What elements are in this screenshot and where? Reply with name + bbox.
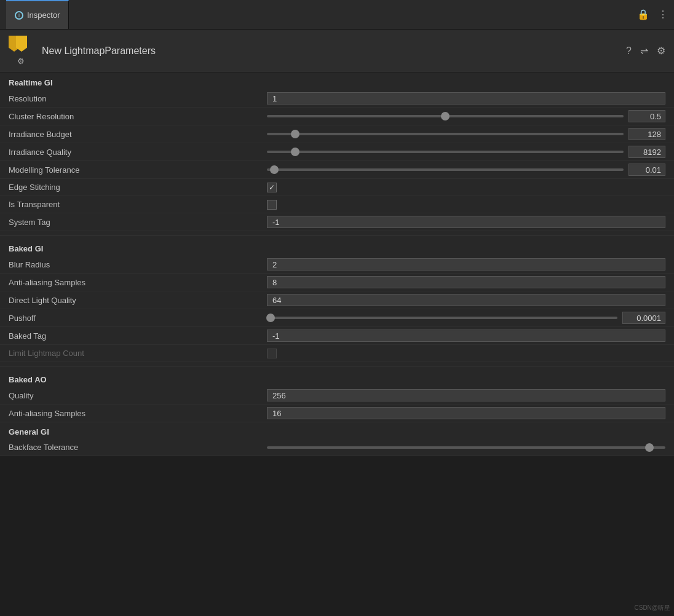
- label-resolution: Resolution: [9, 94, 267, 103]
- asset-icon-wrap: ⚙: [9, 36, 33, 66]
- slider-cluster-resolution: [267, 110, 665, 122]
- slider-thumb-irr-budget[interactable]: [291, 130, 299, 138]
- tab-label: Inspector: [27, 10, 60, 20]
- row-limit-lightmap: Limit Lightmap Count: [0, 345, 674, 362]
- label-modelling-tolerance: Modelling Tolerance: [9, 165, 267, 175]
- slider-irradiance-quality: [267, 146, 665, 158]
- value-modelling-tolerance[interactable]: [628, 164, 665, 176]
- baked-ao-title: Baked AO: [9, 375, 47, 384]
- label-blur-radius: Blur Radius: [9, 260, 267, 269]
- row-resolution: Resolution: [0, 90, 674, 108]
- label-ao-quality: Quality: [9, 391, 267, 400]
- inspector-body: Realtime GI Resolution Cluster Resolutio…: [0, 73, 674, 456]
- asset-title: New LightmapParameters: [42, 45, 156, 57]
- slider-thumb-irr-quality[interactable]: [291, 148, 299, 156]
- asset-header-actions: ? ⇌ ⚙: [626, 46, 665, 56]
- input-aa-samples-ao[interactable]: [267, 407, 665, 419]
- input-resolution[interactable]: [267, 92, 665, 105]
- lock-icon[interactable]: 🔒: [637, 10, 649, 20]
- baked-gi-title: Baked GI: [9, 244, 43, 253]
- label-irradiance-quality: Irradiance Quality: [9, 148, 267, 157]
- section-baked-gi: Baked GI: [0, 239, 674, 256]
- label-system-tag: System Tag: [9, 218, 267, 227]
- input-direct-light-quality[interactable]: [267, 294, 665, 306]
- label-edge-stitching: Edge Stitching: [9, 183, 267, 192]
- slider-pushoff: [267, 312, 665, 324]
- value-irradiance-budget[interactable]: [628, 128, 665, 140]
- slider-track-irr-budget[interactable]: [267, 133, 624, 135]
- section-baked-ao: Baked AO: [0, 370, 674, 387]
- label-aa-samples-ao: Anti-aliasing Samples: [9, 409, 267, 418]
- section-general-gi: General GI: [0, 422, 674, 439]
- slider-track-cluster[interactable]: [267, 115, 624, 117]
- row-ao-quality: Quality: [0, 387, 674, 405]
- asset-header: ⚙ New LightmapParameters ? ⇌ ⚙: [0, 30, 674, 73]
- inspector-tab[interactable]: i Inspector: [6, 0, 69, 29]
- label-irradiance-budget: Irradiance Budget: [9, 130, 267, 139]
- row-cluster-resolution: Cluster Resolution: [0, 108, 674, 125]
- lightmap-icon: [9, 36, 33, 55]
- slider-thumb-cluster[interactable]: [441, 112, 450, 120]
- slider-adjust-icon[interactable]: ⇌: [640, 46, 648, 56]
- input-blur-radius[interactable]: [267, 258, 665, 270]
- slider-irradiance-budget: [267, 128, 665, 140]
- row-modelling-tolerance: Modelling Tolerance: [0, 161, 674, 179]
- label-aa-samples-baked: Anti-aliasing Samples: [9, 278, 267, 287]
- row-direct-light-quality: Direct Light Quality: [0, 291, 674, 309]
- row-system-tag: System Tag: [0, 213, 674, 231]
- row-irradiance-quality: Irradiance Quality: [0, 143, 674, 161]
- row-blur-radius: Blur Radius: [0, 256, 674, 274]
- checkbox-limit-lightmap[interactable]: [267, 349, 277, 358]
- title-bar-actions: 🔒 ⋮: [637, 10, 668, 20]
- help-icon[interactable]: ?: [626, 46, 632, 56]
- value-pushoff[interactable]: [622, 312, 665, 324]
- label-pushoff: Pushoff: [9, 314, 267, 323]
- menu-icon[interactable]: ⋮: [658, 10, 668, 20]
- slider-thumb-mod-tol[interactable]: [270, 165, 279, 174]
- checkbox-is-transparent[interactable]: [267, 200, 277, 210]
- watermark: CSDN@听星: [635, 604, 671, 612]
- slider-modelling-tolerance: [267, 164, 665, 176]
- label-backface-tolerance: Backface Tolerance: [9, 443, 267, 452]
- label-baked-tag: Baked Tag: [9, 331, 267, 341]
- row-pushoff: Pushoff: [0, 309, 674, 327]
- section-realtime-gi: Realtime GI: [0, 73, 674, 90]
- input-system-tag[interactable]: [267, 216, 665, 228]
- label-limit-lightmap: Limit Lightmap Count: [9, 349, 267, 358]
- tab-icon: i: [15, 11, 23, 20]
- slider-thumb-backface[interactable]: [645, 443, 654, 452]
- row-baked-tag: Baked Tag: [0, 327, 674, 345]
- input-ao-quality[interactable]: [267, 389, 665, 401]
- general-gi-title: General GI: [9, 427, 49, 436]
- asset-gear-icon: ⚙: [17, 57, 25, 66]
- label-cluster-resolution: Cluster Resolution: [9, 112, 267, 121]
- slider-track-backface[interactable]: [267, 446, 665, 449]
- value-cluster-resolution[interactable]: [628, 110, 665, 122]
- checkbox-edge-stitching[interactable]: [267, 183, 277, 192]
- input-aa-samples-baked[interactable]: [267, 276, 665, 288]
- settings-icon[interactable]: ⚙: [657, 46, 665, 56]
- value-irradiance-quality[interactable]: [628, 146, 665, 158]
- title-bar: i Inspector 🔒 ⋮: [0, 0, 674, 30]
- row-edge-stitching: Edge Stitching: [0, 179, 674, 196]
- label-direct-light-quality: Direct Light Quality: [9, 296, 267, 305]
- slider-track-pushoff[interactable]: [267, 317, 617, 319]
- row-is-transparent: Is Transparent: [0, 196, 674, 213]
- row-backface-tolerance: Backface Tolerance: [0, 439, 674, 456]
- label-is-transparent: Is Transparent: [9, 200, 267, 209]
- realtime-gi-title: Realtime GI: [9, 78, 53, 87]
- row-aa-samples-baked: Anti-aliasing Samples: [0, 274, 674, 291]
- flag-right: [16, 36, 27, 52]
- slider-backface-tolerance: [267, 446, 665, 449]
- slider-thumb-pushoff[interactable]: [266, 314, 275, 322]
- row-irradiance-budget: Irradiance Budget: [0, 125, 674, 143]
- row-aa-samples-ao: Anti-aliasing Samples: [0, 405, 674, 422]
- slider-track-irr-quality[interactable]: [267, 151, 624, 153]
- input-baked-tag[interactable]: [267, 330, 665, 342]
- slider-track-mod-tol[interactable]: [267, 168, 624, 171]
